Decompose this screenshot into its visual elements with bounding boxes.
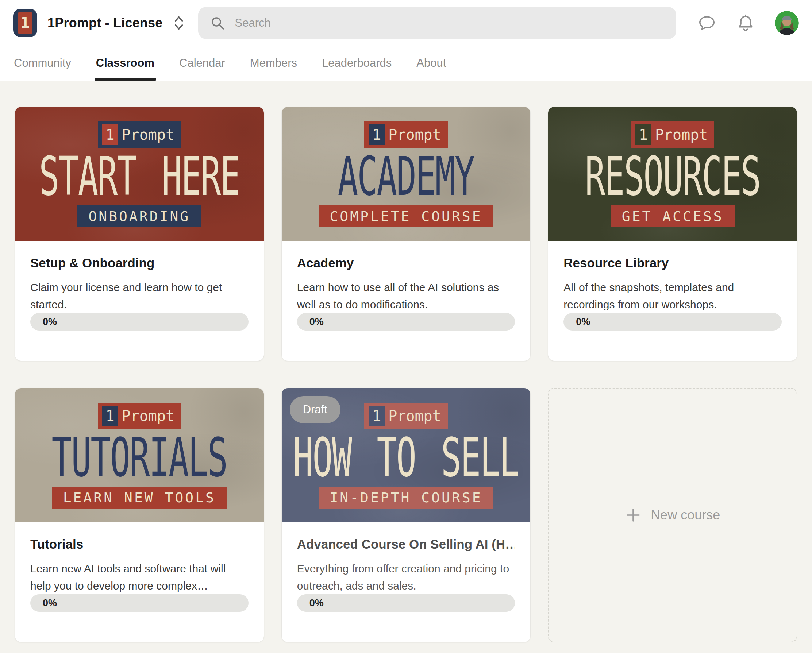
cover-headline: ACADEMY — [338, 146, 475, 207]
progress-bar: 0% — [563, 313, 782, 331]
course-grid: 1 Prompt START HERE ONBOARDING Setup & O… — [0, 81, 812, 642]
course-cover: 1 Prompt START HERE ONBOARDING — [15, 107, 264, 241]
brand-number: 1 — [102, 406, 118, 426]
notifications-button[interactable] — [736, 14, 755, 32]
new-course-label: New course — [651, 507, 720, 523]
cover-headline: RESOURCES — [585, 146, 760, 207]
search-input[interactable] — [235, 17, 665, 29]
course-card-body: Resource Library All of the snapshots, t… — [548, 241, 797, 346]
course-title: Resource Library — [563, 256, 782, 270]
cover-headline: START HERE — [39, 146, 240, 207]
course-title: Tutorials — [30, 537, 249, 552]
chat-button[interactable] — [698, 14, 716, 32]
course-card-academy[interactable]: 1 Prompt ACADEMY COMPLETE COURSE Academy… — [281, 107, 531, 361]
course-cover: 1 Prompt RESOURCES GET ACCESS — [548, 107, 797, 241]
search-icon — [210, 15, 225, 31]
draft-badge: Draft — [290, 396, 340, 423]
cover-tag: IN-DEPTH COURSE — [319, 487, 493, 508]
search-bar[interactable] — [198, 7, 676, 39]
brand-number: 1 — [102, 124, 118, 145]
header-icons — [698, 11, 799, 35]
course-card-body: Advanced Course On Selling AI (H… Everyt… — [282, 522, 531, 628]
brand-word: Prompt — [655, 126, 708, 143]
cover-tag: COMPLETE COURSE — [319, 205, 493, 227]
tab-leaderboards[interactable]: Leaderboards — [321, 46, 392, 81]
progress-label: 0% — [297, 316, 324, 328]
brand-number: 1 — [369, 124, 385, 145]
brand-word: Prompt — [388, 407, 441, 424]
brand-badge: 1 Prompt — [364, 403, 448, 429]
course-cover: 1 Prompt ACADEMY COMPLETE COURSE — [282, 107, 531, 241]
brand-number: 1 — [635, 124, 652, 145]
progress-bar: 0% — [297, 313, 515, 331]
course-card-body: Tutorials Learn new AI tools and softwar… — [15, 522, 264, 628]
brand-badge: 1 Prompt — [631, 122, 714, 148]
plus-icon — [625, 507, 641, 523]
logo-inner-square: 1 — [18, 12, 32, 34]
header-main-bar: 1 1Prompt - License — [0, 0, 812, 46]
avatar[interactable] — [775, 11, 799, 35]
course-card-resource-library[interactable]: 1 Prompt RESOURCES GET ACCESS Resource L… — [548, 107, 797, 361]
progress-label: 0% — [297, 598, 324, 609]
nav-tabs: Community Classroom Calendar Members Lea… — [0, 46, 812, 81]
new-course-button[interactable]: New course — [548, 388, 797, 642]
progress-bar: 0% — [297, 594, 515, 612]
course-title: Setup & Onboarding — [30, 256, 249, 270]
course-description: Claim your license and learn how to get … — [30, 279, 249, 313]
cover-headline: TUTORIALS — [52, 427, 227, 488]
tab-members[interactable]: Members — [249, 46, 298, 81]
unfold-more-icon[interactable] — [173, 15, 184, 31]
chat-icon — [698, 14, 716, 32]
course-card-setup-onboarding[interactable]: 1 Prompt START HERE ONBOARDING Setup & O… — [15, 107, 264, 361]
brand-word: Prompt — [122, 407, 175, 424]
cover-tag: LEARN NEW TOOLS — [52, 487, 227, 508]
page-header: 1 1Prompt - License — [0, 0, 812, 81]
tab-about[interactable]: About — [416, 46, 447, 81]
brand-badge: 1 Prompt — [98, 122, 182, 148]
progress-label: 0% — [30, 316, 57, 328]
course-title: Advanced Course On Selling AI (H… — [297, 537, 515, 552]
brand-word: Prompt — [388, 126, 441, 143]
cover-tag: ONBOARDING — [77, 205, 201, 227]
brand-badge: 1 Prompt — [98, 403, 182, 429]
course-card-advanced-selling[interactable]: Draft 1 Prompt HOW TO SELL IN-DEPTH COUR… — [281, 388, 531, 642]
course-description: All of the snapshots, templates and reco… — [563, 279, 782, 313]
tab-calendar[interactable]: Calendar — [179, 46, 226, 81]
community-logo: 1 — [13, 9, 37, 37]
progress-bar: 0% — [30, 313, 249, 331]
progress-bar: 0% — [30, 594, 249, 612]
cover-headline: HOW TO SELL — [293, 427, 519, 488]
course-card-body: Setup & Onboarding Claim your license an… — [15, 241, 264, 346]
community-switcher[interactable]: 1 1Prompt - License — [13, 9, 184, 37]
cover-tag: GET ACCESS — [611, 205, 735, 227]
course-card-body: Academy Learn how to use all of the AI s… — [282, 241, 531, 346]
tab-community[interactable]: Community — [13, 46, 72, 81]
brand-word: Prompt — [122, 126, 175, 143]
brand-number: 1 — [369, 406, 385, 426]
logo-number: 1 — [20, 14, 29, 32]
community-name: 1Prompt - License — [47, 15, 162, 31]
course-description: Learn how to use all of the AI solutions… — [297, 279, 515, 313]
course-title: Academy — [297, 256, 515, 270]
course-description: Everything from offer creation and prici… — [297, 560, 515, 594]
bell-icon — [736, 14, 755, 32]
course-description: Learn new AI tools and software that wil… — [30, 560, 249, 594]
course-card-tutorials[interactable]: 1 Prompt TUTORIALS LEARN NEW TOOLS Tutor… — [15, 388, 264, 642]
progress-label: 0% — [30, 598, 57, 609]
course-cover: 1 Prompt TUTORIALS LEARN NEW TOOLS — [15, 388, 264, 522]
progress-label: 0% — [563, 316, 590, 328]
course-cover: Draft 1 Prompt HOW TO SELL IN-DEPTH COUR… — [282, 388, 531, 522]
brand-badge: 1 Prompt — [364, 122, 448, 148]
tab-classroom[interactable]: Classroom — [95, 46, 155, 81]
